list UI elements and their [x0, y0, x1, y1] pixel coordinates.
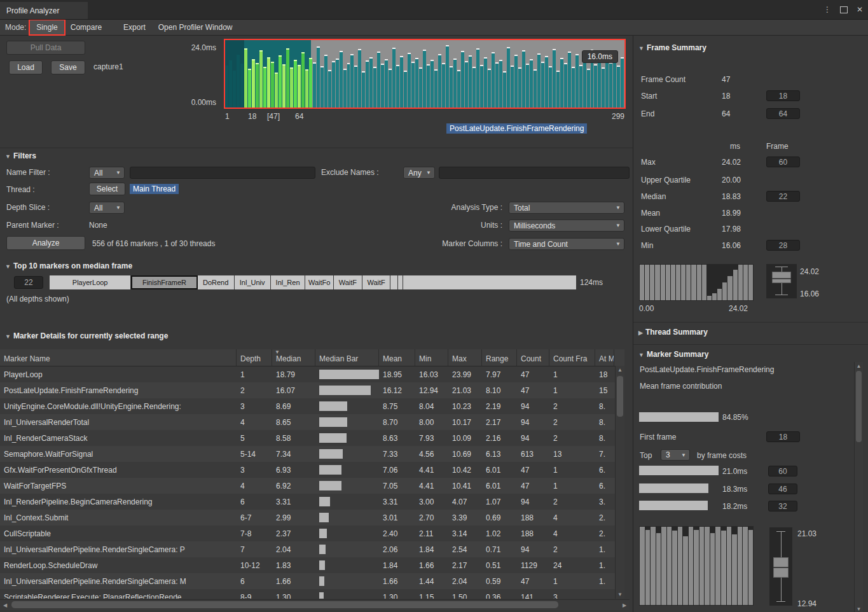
- value-cell: 7: [237, 541, 272, 557]
- depth-slice-dropdown[interactable]: All▼: [89, 202, 125, 214]
- top-n-dropdown[interactable]: 3▼: [661, 449, 690, 461]
- top10-frame-badge[interactable]: 22: [14, 276, 43, 289]
- pull-data-button[interactable]: Pull Data: [6, 41, 85, 55]
- name-filter-dropdown[interactable]: All▼: [89, 167, 125, 179]
- exclude-names-dropdown[interactable]: Any▼: [403, 167, 435, 179]
- top10-marker-segment[interactable]: WaitFo: [305, 275, 334, 289]
- top10-marker-segment[interactable]: WaitF: [362, 275, 391, 289]
- table-row[interactable]: ScriptableRenderer.Execute: PlanarReflec…: [0, 589, 624, 599]
- marker-details-header[interactable]: ▼Marker Details for currently selected r…: [5, 331, 168, 340]
- table-row[interactable]: CullScriptable7-82.372.402.113.141.02188…: [0, 525, 624, 541]
- table-row[interactable]: Inl_UniversalRenderPipeline.RenderSingle…: [0, 573, 624, 589]
- table-row[interactable]: UnityEngine.CoreModule.dll!UnityEngine.R…: [0, 398, 624, 414]
- table-vertical-scrollbar[interactable]: ▲ ▼: [615, 366, 624, 599]
- table-row[interactable]: Inl_UniversalRenderPipeline.RenderSingle…: [0, 541, 624, 557]
- upper-quartile-value: 20.00: [722, 176, 741, 184]
- table-row[interactable]: Gfx.WaitForPresentOnGfxThread36.937.064.…: [0, 462, 624, 478]
- column-header[interactable]: Range: [482, 349, 517, 366]
- thread-summary-header[interactable]: ▶Thread Summary: [638, 328, 708, 337]
- mode-single-button[interactable]: Single: [30, 20, 64, 34]
- first-frame-badge[interactable]: 18: [766, 431, 800, 442]
- top10-marker-segment[interactable]: DoRend: [198, 275, 235, 289]
- column-header[interactable]: Mean: [379, 349, 415, 366]
- table-row[interactable]: Inl_Context.Submit6-72.993.012.703.390.6…: [0, 510, 624, 525]
- column-header[interactable]: Count: [517, 349, 549, 366]
- value-cell: 7-8: [237, 525, 272, 541]
- frame-chart-bars: [225, 40, 624, 108]
- top10-header[interactable]: ▼Top 10 markers on median frame: [5, 261, 132, 270]
- scroll-up-icon[interactable]: ▲: [855, 363, 863, 369]
- scrollbar-thumb[interactable]: [11, 601, 558, 608]
- scroll-down-icon[interactable]: ▼: [855, 606, 863, 612]
- thread-value[interactable]: Main Thread: [130, 184, 179, 194]
- analyze-button[interactable]: Analyze: [6, 236, 85, 250]
- top10-marker-segment[interactable]: Inl_Ren: [271, 275, 306, 289]
- scroll-up-icon[interactable]: ▲: [616, 367, 624, 373]
- column-header[interactable]: Max: [448, 349, 482, 366]
- column-header[interactable]: Median Bar: [315, 349, 379, 366]
- top10-marker-segment[interactable]: PlayerLoop: [50, 275, 131, 289]
- median-bar-cell: [315, 478, 379, 494]
- top-cost-frame-badge[interactable]: 46: [768, 483, 797, 494]
- scroll-right-icon[interactable]: ▶: [619, 600, 630, 610]
- filters-header[interactable]: ▼Filters: [5, 151, 36, 160]
- table-row[interactable]: WaitForTargetFPS46.927.054.4110.416.0147…: [0, 478, 624, 494]
- frame-bar: [400, 56, 403, 108]
- mode-compare-button[interactable]: Compare: [64, 20, 108, 34]
- column-header[interactable]: Marker Name: [0, 349, 237, 366]
- selected-marker-label[interactable]: PostLateUpdate.FinishFrameRendering: [446, 123, 587, 134]
- frame-bar: [324, 55, 327, 108]
- save-button[interactable]: Save: [51, 60, 85, 74]
- median-frame-badge[interactable]: 22: [766, 191, 800, 202]
- table-row[interactable]: RenderLoop.ScheduleDraw10-121.831.841.66…: [0, 557, 624, 573]
- top10-marker-segment[interactable]: WaitF: [334, 275, 362, 289]
- window-tab[interactable]: Profile Analyzer: [0, 2, 88, 19]
- max-frame-badge[interactable]: 60: [766, 156, 800, 167]
- maximize-icon[interactable]: [840, 6, 848, 13]
- open-profiler-window-button[interactable]: Open Profiler Window: [152, 20, 239, 34]
- table-row[interactable]: Inl_RenderCameraStack58.588.637.9310.092…: [0, 430, 624, 446]
- export-button[interactable]: Export: [117, 20, 152, 34]
- top-n-label: Top: [640, 451, 652, 460]
- top-cost-frame-badge[interactable]: 60: [768, 466, 797, 476]
- frame-time-chart[interactable]: 16.0ms: [224, 39, 626, 109]
- top-cost-frame-badge[interactable]: 32: [768, 501, 797, 511]
- table-row[interactable]: Inl_UniversalRenderTotal48.658.708.0010.…: [0, 414, 624, 430]
- close-icon[interactable]: ✕: [857, 5, 863, 14]
- units-dropdown[interactable]: Milliseconds▼: [509, 219, 624, 232]
- analysis-type-dropdown[interactable]: Total▼: [509, 202, 624, 214]
- frame-bar: [488, 69, 491, 108]
- panel-vertical-scrollbar[interactable]: ▲ ▼: [854, 362, 863, 612]
- column-header[interactable]: Min: [415, 349, 448, 366]
- top10-marker-segment[interactable]: [398, 275, 403, 289]
- exclude-names-input[interactable]: [439, 167, 630, 179]
- column-header[interactable]: At M: [595, 349, 614, 366]
- end-frame-badge[interactable]: 64: [766, 108, 800, 119]
- thread-select-button[interactable]: Select: [89, 183, 125, 195]
- start-frame-badge[interactable]: 18: [766, 90, 800, 101]
- column-header[interactable]: Count Fra: [549, 349, 595, 366]
- marker-columns-dropdown[interactable]: Time and Count▼: [509, 238, 624, 250]
- scrollbar-thumb[interactable]: [617, 376, 623, 417]
- menu-icon[interactable]: ⋮: [823, 5, 831, 14]
- value-cell: 2.37: [272, 525, 315, 541]
- column-header[interactable]: Depth: [237, 349, 272, 366]
- column-header[interactable]: ▼Median: [272, 349, 315, 366]
- value-cell: 6.01: [482, 462, 517, 478]
- top10-marker-segment[interactable]: Inl_Univ: [235, 275, 271, 289]
- table-row[interactable]: Inl_RenderPipeline.BeginCameraRendering6…: [0, 494, 624, 510]
- frame-summary-header[interactable]: ▼Frame Summary: [638, 43, 706, 52]
- table-row[interactable]: PlayerLoop118.7918.9516.0323.997.9747118: [0, 366, 624, 382]
- table-horizontal-scrollbar[interactable]: ◀ ▶: [0, 599, 630, 610]
- load-button[interactable]: Load: [9, 60, 43, 74]
- min-frame-badge[interactable]: 28: [766, 240, 800, 251]
- name-filter-input[interactable]: [130, 167, 315, 179]
- table-row[interactable]: PostLateUpdate.FinishFrameRendering216.0…: [0, 382, 624, 398]
- top10-marker-segment[interactable]: FinishFrameR: [131, 275, 197, 289]
- top10-marker-segment[interactable]: [390, 275, 398, 289]
- marker-summary-header[interactable]: ▼Marker Summary: [638, 350, 708, 359]
- scroll-left-icon[interactable]: ◀: [0, 600, 10, 610]
- scrollbar-thumb[interactable]: [856, 371, 862, 442]
- table-row[interactable]: Semaphore.WaitForSignal5-147.347.334.561…: [0, 446, 624, 462]
- scroll-down-icon[interactable]: ▼: [616, 592, 624, 597]
